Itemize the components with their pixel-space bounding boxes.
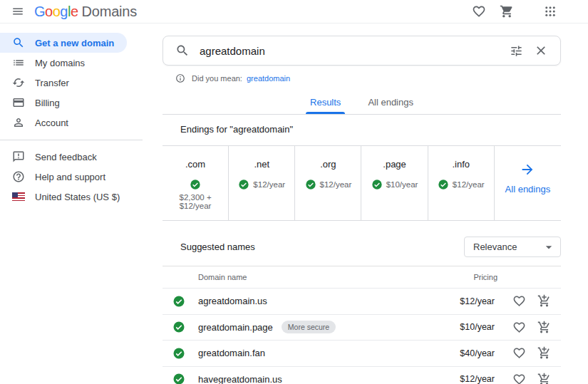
tld-label: .net <box>254 159 269 170</box>
all-endings-label: All endings <box>505 184 551 194</box>
available-check-icon <box>172 321 185 333</box>
sidebar-item-billing[interactable]: Billing <box>0 93 127 113</box>
domain-price: $12/year <box>430 296 495 306</box>
sidebar-item-label: Billing <box>35 98 60 108</box>
ending-card-net[interactable]: .net $12/year <box>229 146 295 220</box>
sidebar: Get a new domain My domains Transfer Bil… <box>0 24 143 384</box>
did-you-mean-link[interactable]: greatdomain <box>247 74 290 83</box>
domain-price: $12/year <box>430 374 495 384</box>
endings-grid: .com $2,300 + $12/year .net $12/year <box>163 145 561 221</box>
add-to-cart-button[interactable] <box>537 320 551 334</box>
table-row[interactable]: agreatdomain.us $12/year <box>163 289 561 315</box>
add-to-cart-button[interactable] <box>537 346 551 360</box>
did-you-mean-text: Did you mean: greatdomain <box>192 74 290 83</box>
sidebar-item-account[interactable]: Account <box>0 113 127 133</box>
suggested-names-bar: Suggested names Relevance <box>163 237 561 257</box>
credit-card-icon <box>12 96 25 109</box>
search-input[interactable] <box>200 45 499 57</box>
favorite-button[interactable] <box>512 346 526 360</box>
apps-grid-button[interactable] <box>542 4 558 19</box>
more-secure-badge: More secure <box>282 321 336 333</box>
endings-heading: Endings for "agreatdomain" <box>180 124 561 135</box>
filter-button[interactable] <box>508 43 524 58</box>
sidebar-item-label: Account <box>35 118 68 128</box>
sidebar-item-my-domains[interactable]: My domains <box>0 53 127 73</box>
add-cart-icon <box>537 346 551 360</box>
ending-card-com[interactable]: .com $2,300 + $12/year <box>163 146 229 220</box>
hamburger-icon <box>11 5 24 18</box>
domain-name: havegreatdomain.us <box>198 374 282 384</box>
domain-name: greatdomain.fan <box>198 348 265 358</box>
heart-icon <box>512 346 526 360</box>
available-check-icon <box>238 179 249 190</box>
table-row[interactable]: havegreatdomain.us $12/year <box>163 367 561 384</box>
sort-dropdown[interactable]: Relevance <box>464 237 561 257</box>
sidebar-item-label: Get a new domain <box>35 38 114 48</box>
all-endings-link[interactable]: All endings <box>495 146 561 220</box>
main-content: Did you mean: greatdomain Results All en… <box>143 24 588 384</box>
favorite-button[interactable] <box>512 372 526 384</box>
table-row[interactable]: greatdomain.fan $40/year <box>163 341 561 367</box>
add-cart-icon <box>537 321 551 334</box>
add-cart-icon <box>537 294 551 308</box>
cart-button[interactable] <box>499 4 515 19</box>
column-header-domain-name: Domain name <box>198 273 433 281</box>
suggested-names-table: Domain name Pricing agreatdomain.us $12/… <box>163 266 561 384</box>
tld-label: .org <box>320 159 336 170</box>
close-icon <box>534 43 548 58</box>
search-icon <box>175 43 190 58</box>
tld-label: .info <box>452 159 470 170</box>
us-flag-icon <box>12 190 25 203</box>
heart-icon <box>512 373 526 384</box>
menu-button[interactable] <box>6 0 30 24</box>
ending-card-page[interactable]: .page $10/year <box>361 146 428 220</box>
table-header: Domain name Pricing <box>163 266 561 289</box>
suggested-names-heading: Suggested names <box>180 242 255 252</box>
table-row[interactable]: greatdomain.page More secure $10/year <box>163 315 561 341</box>
sidebar-item-label: Transfer <box>35 78 69 88</box>
help-icon <box>12 170 25 183</box>
sidebar-item-send-feedback[interactable]: Send feedback <box>0 147 127 167</box>
favorite-button[interactable] <box>512 320 526 334</box>
heart-icon <box>512 294 526 308</box>
tab-all-endings[interactable]: All endings <box>363 91 418 114</box>
heart-icon <box>472 4 486 19</box>
sidebar-item-label: My domains <box>35 58 85 68</box>
ending-card-info[interactable]: .info $12/year <box>428 146 495 220</box>
sidebar-item-get-a-new-domain[interactable]: Get a new domain <box>0 33 127 53</box>
ending-card-org[interactable]: .org $12/year <box>295 146 361 220</box>
available-check-icon <box>371 179 383 190</box>
heart-icon <box>512 321 526 334</box>
top-bar: Google Domains <box>0 0 588 24</box>
topbar-actions <box>471 4 588 19</box>
sidebar-item-transfer[interactable]: Transfer <box>0 73 127 93</box>
available-check-icon <box>438 179 449 190</box>
cart-icon <box>500 4 514 19</box>
available-check-icon <box>190 179 201 190</box>
info-icon <box>175 73 185 83</box>
sidebar-item-region-currency[interactable]: United States (US $) <box>0 187 127 207</box>
sidebar-item-help-and-support[interactable]: Help and support <box>0 167 127 187</box>
favorite-button[interactable] <box>512 294 526 308</box>
google-domains-logo[interactable]: Google Domains <box>34 4 137 20</box>
add-to-cart-button[interactable] <box>537 294 551 308</box>
tab-results[interactable]: Results <box>306 91 345 114</box>
ending-price: $2,300 + $12/year <box>165 193 226 210</box>
domain-name: greatdomain.page <box>198 322 273 333</box>
available-check-icon <box>172 347 185 360</box>
domain-price: $10/year <box>430 322 495 332</box>
chevron-down-icon <box>542 240 556 254</box>
product-name: Domains <box>82 4 138 20</box>
domain-search-bar <box>163 36 561 66</box>
google-wordmark: Google <box>34 4 78 20</box>
favorites-button[interactable] <box>471 4 487 19</box>
tld-label: .com <box>185 159 205 170</box>
sort-dropdown-value: Relevance <box>473 242 517 252</box>
sidebar-item-label: Send feedback <box>35 152 97 162</box>
ending-price: $12/year <box>320 180 352 189</box>
domain-name: agreatdomain.us <box>198 296 267 306</box>
add-to-cart-button[interactable] <box>537 372 551 384</box>
available-check-icon <box>172 295 185 308</box>
tld-label: .page <box>383 159 406 170</box>
clear-search-button[interactable] <box>533 43 549 58</box>
